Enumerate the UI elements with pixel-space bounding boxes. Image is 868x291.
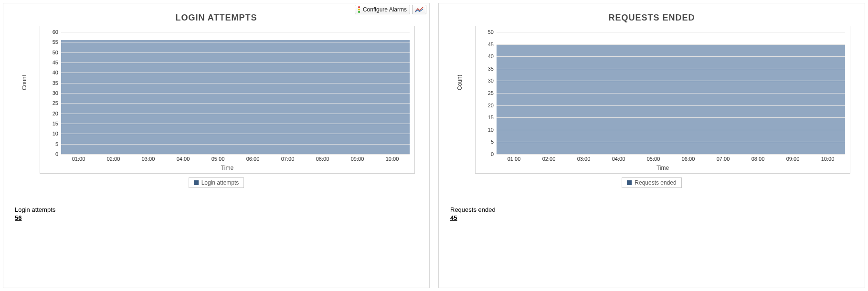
x-tick-label: 08:00 [752, 156, 765, 162]
y-tick-label: 35 [488, 66, 494, 72]
summary-label: Login attempts [15, 206, 418, 213]
y-tick-label: 0 [491, 151, 494, 157]
legend[interactable]: Login attempts [189, 177, 244, 188]
x-tick-label: 04:00 [612, 156, 625, 162]
legend-label: Requests ended [635, 179, 676, 186]
y-tick-label: 55 [53, 39, 58, 45]
y-tick-label: 50 [488, 29, 494, 35]
legend-swatch-icon [627, 180, 632, 185]
x-tick-label: 08:00 [316, 156, 329, 162]
y-tick-label: 10 [53, 131, 58, 136]
plot-area [497, 32, 845, 154]
x-axis-label: Time [476, 165, 850, 171]
y-tick-label: 50 [53, 50, 58, 55]
y-ticks: 051015202530354045505560 [40, 32, 60, 154]
panel-toolbar: Configure Alarms [355, 5, 426, 14]
x-tick-label: 07:00 [717, 156, 730, 162]
x-tick-label: 06:00 [682, 156, 695, 162]
y-tick-label: 40 [488, 53, 494, 59]
line-chart-icon [415, 7, 423, 12]
legend-swatch-icon [194, 180, 199, 185]
x-tick-label: 01:00 [508, 156, 521, 162]
area-fill [61, 40, 410, 154]
x-tick-label: 03:00 [577, 156, 591, 162]
legend-wrap: Requests ended [450, 177, 853, 188]
x-tick-label: 01:00 [72, 156, 85, 162]
legend[interactable]: Requests ended [622, 177, 681, 188]
chart-type-button[interactable] [412, 5, 426, 14]
chart-frame: Count 05101520253035404550 01:0002:0003:… [475, 26, 850, 174]
y-axis-label: Count [21, 75, 28, 90]
x-ticks: 01:0002:0003:0004:0005:0006:0007:0008:00… [497, 156, 845, 163]
y-tick-label: 30 [53, 90, 58, 96]
x-tick-label: 10:00 [821, 156, 835, 162]
y-tick-label: 0 [55, 151, 58, 157]
y-tick-label: 30 [488, 78, 494, 83]
x-tick-label: 02:00 [542, 156, 556, 162]
x-tick-label: 07:00 [281, 156, 295, 162]
y-tick-label: 60 [53, 29, 58, 35]
chart-title: REQUESTS ENDED [450, 13, 853, 23]
legend-label: Login attempts [201, 179, 239, 186]
x-tick-label: 03:00 [142, 156, 155, 162]
chart-title: LOGIN ATTEMPTS [15, 13, 418, 23]
y-tick-label: 15 [53, 121, 58, 126]
chart-panel-login-attempts: Configure Alarms LOGIN ATTEMPTS Count 05… [3, 3, 430, 288]
x-tick-label: 04:00 [177, 156, 190, 162]
summary-value[interactable]: 45 [450, 214, 853, 221]
configure-alarms-button[interactable]: Configure Alarms [355, 5, 410, 14]
area-fill [497, 44, 845, 154]
y-tick-label: 20 [488, 103, 494, 108]
summary-value[interactable]: 56 [15, 214, 418, 221]
y-tick-label: 45 [488, 42, 494, 47]
chart-panel-requests-ended: REQUESTS ENDED Count 0510152025303540455… [438, 3, 865, 288]
x-ticks: 01:0002:0003:0004:0005:0006:0007:0008:00… [61, 156, 410, 163]
summary-label: Requests ended [450, 206, 853, 213]
y-tick-label: 5 [55, 141, 58, 147]
x-tick-label: 05:00 [647, 156, 660, 162]
y-tick-label: 35 [53, 80, 58, 86]
y-tick-label: 20 [53, 111, 58, 116]
x-tick-label: 09:00 [351, 156, 364, 162]
y-tick-label: 40 [53, 70, 58, 75]
legend-wrap: Login attempts [15, 177, 418, 188]
x-axis-label: Time [40, 165, 414, 171]
configure-alarms-label: Configure Alarms [363, 6, 407, 13]
x-tick-label: 10:00 [386, 156, 399, 162]
traffic-light-icon [358, 6, 360, 13]
y-ticks: 05101520253035404550 [476, 32, 496, 154]
y-axis-label: Count [456, 75, 463, 90]
y-tick-label: 10 [488, 127, 494, 133]
x-tick-label: 06:00 [246, 156, 260, 162]
y-tick-label: 45 [53, 60, 58, 65]
y-tick-label: 25 [53, 100, 58, 106]
summary: Requests ended 45 [450, 206, 853, 221]
y-tick-label: 25 [488, 90, 494, 96]
y-tick-label: 15 [488, 114, 494, 120]
y-tick-label: 5 [491, 139, 494, 145]
chart-frame: Count 051015202530354045505560 01:0002:0… [40, 26, 415, 174]
summary: Login attempts 56 [15, 206, 418, 221]
x-tick-label: 05:00 [212, 156, 225, 162]
plot-area [61, 32, 410, 154]
x-tick-label: 02:00 [107, 156, 120, 162]
x-tick-label: 09:00 [786, 156, 800, 162]
